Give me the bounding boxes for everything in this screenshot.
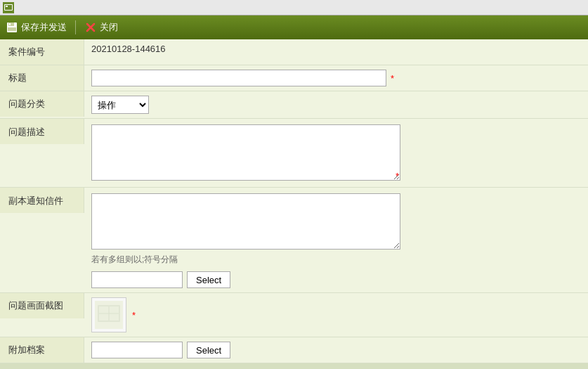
description-label: 问题描述 <box>0 119 84 144</box>
description-row: 问题描述 * <box>0 119 588 188</box>
svg-rect-6 <box>9 23 11 25</box>
form-area: 案件编号 20210128-144616 标题 * 问题分类 操作 其他 技术问… <box>0 39 588 363</box>
description-textarea[interactable] <box>91 124 400 181</box>
svg-rect-3 <box>6 6 8 7</box>
title-row: 标题 * <box>0 65 588 91</box>
category-content: 操作 其他 技术问题 系统问题 <box>84 91 588 118</box>
screenshot-thumbnail <box>91 297 126 332</box>
title-content: * <box>84 65 588 91</box>
cc-file-input-row: Select <box>91 271 230 288</box>
cc-email-row: 副本通知信件 若有多组则以;符号分隔 Select <box>0 188 588 293</box>
cc-select-button[interactable]: Select <box>187 271 230 288</box>
category-row: 问题分类 操作 其他 技术问题 系统问题 <box>0 91 588 119</box>
category-select[interactable]: 操作 其他 技术问题 系统问题 <box>91 96 149 114</box>
case-number-content: 20210128-144616 <box>84 39 588 58</box>
attachment-label: 附加档案 <box>0 337 84 363</box>
case-number-value: 20210128-144616 <box>91 44 166 54</box>
description-content: * <box>84 119 588 187</box>
close-label: 关闭 <box>100 21 118 34</box>
save-icon <box>6 21 18 34</box>
cc-note: 若有多组则以;符号分隔 <box>91 252 581 268</box>
screenshot-label: 问题画面截图 <box>0 293 84 318</box>
cc-file-input[interactable] <box>91 271 183 288</box>
screenshot-required: * <box>132 310 136 321</box>
description-required: * <box>396 171 399 181</box>
cc-email-label: 副本通知信件 <box>0 188 84 213</box>
close-button[interactable]: 关闭 <box>84 21 118 34</box>
attachment-file-input[interactable] <box>91 342 183 358</box>
case-number-row: 案件编号 20210128-144616 <box>0 39 588 65</box>
attachment-row: 附加档案 Select <box>0 337 588 363</box>
window-icon <box>3 2 14 13</box>
toolbar-separator <box>75 20 76 34</box>
title-bar <box>0 0 588 15</box>
attachment-select-button[interactable]: Select <box>187 342 230 358</box>
cc-email-content: 若有多组则以;符号分隔 Select <box>84 188 588 292</box>
screenshot-top-row: * <box>91 297 136 332</box>
svg-rect-7 <box>8 27 16 31</box>
screenshot-row: 问题画面截图 * <box>0 293 588 337</box>
attachment-content: Select <box>84 337 588 363</box>
save-send-label: 保存并发送 <box>21 21 67 34</box>
toolbar: 保存并发送 关闭 <box>0 15 588 39</box>
title-input[interactable] <box>91 70 386 86</box>
title-label: 标题 <box>0 65 84 91</box>
attachment-file-input-row: Select <box>91 342 230 358</box>
screenshot-content: * <box>84 293 588 337</box>
case-number-label: 案件编号 <box>0 39 84 65</box>
cc-email-textarea[interactable] <box>91 193 400 250</box>
category-label: 问题分类 <box>0 91 84 117</box>
title-required: * <box>391 73 394 84</box>
save-send-button[interactable]: 保存并发送 <box>6 21 67 34</box>
close-icon <box>84 21 97 34</box>
